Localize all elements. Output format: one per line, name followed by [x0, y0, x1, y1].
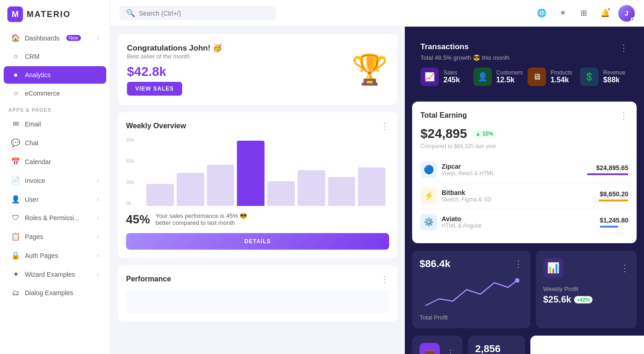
new-project-card: 💼 ⋮ New Project 862 -18% Yearly Project — [412, 336, 462, 354]
profit-line-chart — [420, 274, 523, 310]
zipcar-info: Zipcar Vuejs, React & HTML — [442, 163, 587, 177]
congrats-amount: $42.8k — [127, 64, 222, 79]
trans-item-revenue: 💲 Revenue $88k — [580, 68, 628, 86]
products-icon: 🖥 — [528, 68, 546, 86]
trophy-icon: 🏆 — [351, 52, 388, 87]
home-icon: 🏠 — [11, 34, 20, 42]
congrats-subtitle: Best seller of the month — [127, 53, 222, 60]
view-sales-button[interactable]: VIEW SALES — [127, 82, 182, 96]
sidebar-item-user[interactable]: 👤 User › — [4, 190, 106, 208]
tech-logos-card: N TS JS ✦ — [530, 336, 644, 354]
performance-menu-icon[interactable]: ⋮ — [380, 274, 389, 285]
content-area: Congratulations John! 🥳 Best seller of t… — [110, 27, 644, 354]
y-label-0k: 0k — [126, 200, 134, 206]
sidebar-item-invoice[interactable]: 📄 Invoice › — [4, 171, 106, 189]
sidebar-item-calendar[interactable]: 📅 Calendar — [4, 153, 106, 171]
pages-icon: 📋 — [11, 232, 20, 241]
bitbank-logo: ⚡ — [420, 188, 437, 204]
chevron-icon5: › — [97, 252, 99, 259]
weekly-profit-badge: +42% — [574, 296, 592, 303]
details-button[interactable]: DETAILS — [126, 233, 389, 250]
sidebar-item-ecommerce[interactable]: ○ eCommerce — [4, 85, 106, 102]
zipcar-tech: Vuejs, React & HTML — [442, 170, 587, 177]
weekly-profit-amount: $25.6k — [543, 294, 571, 305]
sidebar-item-auth[interactable]: 🔒 Auth Pages › — [4, 246, 106, 264]
revenue-icon: 💲 — [580, 68, 598, 86]
search-box[interactable]: 🔍 — [120, 6, 276, 20]
earning-badge: ▲ 10% — [472, 130, 497, 138]
profit-card-header: $86.4k ⋮ — [420, 258, 523, 270]
sidebar-label-ecommerce: eCommerce — [25, 90, 60, 97]
weekly-header: Weekly Overview ⋮ — [126, 120, 389, 131]
new-badge: New — [66, 35, 81, 41]
y-label-30k: 30k — [126, 179, 134, 185]
bar-4 — [237, 141, 264, 206]
sidebar-label-analytics: Analytics — [25, 71, 51, 79]
sidebar: M MATERIO 🏠 Dashboards New › ○ CRM ● Ana… — [0, 0, 110, 354]
earning-row-wrapper: Total Earning ⋮ $24,895 ▲ 10% Compared t… — [412, 102, 637, 243]
weekly-chart-wrapper: 90k 60k 30k 0k — [126, 137, 389, 206]
bar-8 — [358, 167, 385, 206]
sidebar-label-auth: Auth Pages — [25, 252, 58, 259]
trans-revenue-label: Revenue — [603, 69, 625, 76]
search-icon: 🔍 — [126, 9, 135, 17]
trans-products-label: Products — [551, 69, 572, 76]
sidebar-label-pages: Pages — [25, 233, 43, 240]
zipcar-name: Zipcar — [442, 163, 587, 170]
sidebar-item-roles[interactable]: 🛡 Roles & Permissi... › — [4, 209, 106, 227]
weekly-profit-menu[interactable]: ⋮ — [620, 263, 629, 274]
aviato-amount-col: $1,245.80 — [600, 217, 628, 228]
sidebar-item-wizard[interactable]: ✦ Wizard Examples › — [4, 265, 106, 283]
sidebar-item-crm[interactable]: ○ CRM — [4, 48, 106, 65]
weekly-profit-card: 📊 ⋮ Weekly Profit $25.6k +42% — [536, 251, 637, 328]
trans-products-data: Products 1.54k — [551, 69, 572, 84]
avatar[interactable]: J — [618, 5, 635, 22]
performance-chart — [126, 290, 389, 313]
bar-chart-card: 2,856 — [468, 336, 525, 354]
sidebar-item-dashboards[interactable]: 🏠 Dashboards New › — [4, 29, 106, 47]
sidebar-label-user: User — [25, 196, 39, 203]
weekly-percent: 45% — [126, 212, 150, 227]
bar-3 — [207, 165, 235, 206]
bell-icon[interactable]: 🔔 — [597, 6, 613, 21]
trans-sales-label: Sales — [443, 69, 460, 76]
total-earning-card: Total Earning ⋮ $24,895 ▲ 10% Compared t… — [412, 102, 637, 243]
transactions-menu-icon[interactable]: ⋮ — [619, 42, 628, 53]
logo-text: MATERIO — [27, 10, 71, 19]
earning-menu-icon[interactable]: ⋮ — [619, 110, 628, 121]
translate-icon[interactable]: 🌐 — [534, 6, 549, 21]
weekly-menu-icon[interactable]: ⋮ — [380, 120, 389, 131]
weekly-profit-label: Weekly Profit — [543, 285, 629, 292]
sidebar-item-dialog[interactable]: 🗂 Dialog Examples — [4, 284, 106, 302]
shield-icon: 🛡 — [11, 214, 20, 222]
project-menu-icon[interactable]: ⋮ — [446, 348, 455, 354]
sidebar-item-pages[interactable]: 📋 Pages › — [4, 228, 106, 246]
transactions-emoji: 😎 — [473, 54, 480, 61]
trans-customers-label: Customers — [496, 69, 523, 76]
earning-amount-row: $24,895 ▲ 10% — [420, 126, 628, 141]
chevron-icon4: › — [97, 234, 99, 240]
section-label-apps: APPS & PAGES — [0, 103, 110, 114]
sidebar-item-email[interactable]: ✉ Email — [4, 115, 106, 133]
profit-big-amount: $86.4k — [420, 258, 450, 270]
chevron-icon6: › — [97, 271, 99, 278]
weekly-profit-amount-row: $25.6k +42% — [543, 294, 629, 305]
zipcar-amount: $24,895.65 — [587, 164, 628, 171]
sidebar-label-crm: CRM — [25, 53, 40, 60]
trans-item-customers: 👤 Customers 12.5k — [473, 68, 523, 86]
bitbank-progress — [598, 200, 628, 201]
congrats-content: Congratulations John! 🥳 Best seller of t… — [127, 43, 222, 96]
transactions-grid: 📈 Sales 245k 👤 Customers 12.5k — [420, 68, 628, 86]
grid-icon[interactable]: ⊞ — [576, 6, 592, 21]
big-number: 2,856 — [475, 343, 500, 354]
sun-icon[interactable]: ☀ — [555, 6, 570, 21]
profit-menu-icon[interactable]: ⋮ — [514, 258, 523, 269]
sidebar-item-chat[interactable]: 💬 Chat — [4, 134, 106, 152]
logo: M MATERIO — [0, 0, 110, 29]
sidebar-item-analytics[interactable]: ● Analytics — [4, 66, 106, 84]
logo-icon: M — [7, 6, 23, 22]
chevron-down-icon: › — [97, 35, 99, 41]
earning-row-aviato: ⚙️ Aviato HTML & Angular $1,245.80 — [420, 209, 628, 235]
search-input[interactable] — [139, 10, 270, 17]
aviato-info: Aviato HTML & Angular — [442, 215, 600, 229]
